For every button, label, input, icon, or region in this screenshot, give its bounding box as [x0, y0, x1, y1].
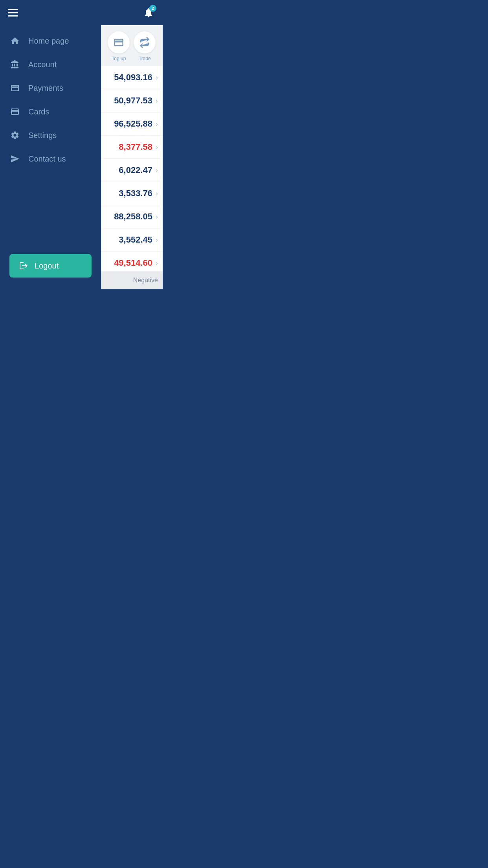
chevron-right-icon: ›: [156, 97, 158, 105]
account-value: 96,525.88: [106, 119, 152, 129]
list-footer-label: Negative: [133, 277, 158, 283]
action-buttons: Top upTrade: [101, 25, 163, 66]
chevron-right-icon: ›: [156, 74, 158, 82]
action-label-trade: Trade: [139, 56, 151, 61]
sidebar: Home pageAccountPaymentsCardsSettingsCon…: [0, 25, 101, 289]
nav-item-cards[interactable]: Cards: [0, 100, 101, 123]
account-value: 8,377.58: [106, 142, 152, 152]
nav-item-settings[interactable]: Settings: [0, 123, 101, 147]
nav-item-contact[interactable]: Contact us: [0, 147, 101, 171]
list-item[interactable]: 50,977.53›: [101, 89, 163, 112]
list-item[interactable]: 54,093.16›: [101, 66, 163, 89]
account-value: 6,022.47: [106, 165, 152, 175]
account-value: 3,533.76: [106, 188, 152, 199]
action-btn-circle-trade: [134, 31, 156, 53]
list-item[interactable]: 8,377.58›: [101, 136, 163, 159]
notification-badge: 2: [149, 5, 156, 12]
chevron-right-icon: ›: [156, 120, 158, 128]
nav-label-contact: Contact us: [28, 154, 66, 164]
nav-item-home[interactable]: Home page: [0, 29, 101, 53]
list-item[interactable]: 3,552.45›: [101, 228, 163, 252]
app-container: 2 Home pageAccountPaymentsCardsSettingsC…: [0, 0, 163, 289]
contact-icon: [9, 153, 20, 164]
main-layout: Home pageAccountPaymentsCardsSettingsCon…: [0, 25, 163, 289]
account-value: 88,258.05: [106, 211, 152, 222]
list-item[interactable]: 88,258.05›: [101, 205, 163, 228]
logout-button[interactable]: Logout: [9, 254, 92, 278]
account-value: 50,977.53: [106, 96, 152, 106]
chevron-right-icon: ›: [156, 166, 158, 175]
payments-icon: [9, 83, 20, 94]
account-value: 54,093.16: [106, 72, 152, 83]
header: 2: [0, 0, 163, 25]
home-icon: [9, 35, 20, 46]
settings-icon: [9, 130, 20, 141]
list-item[interactable]: 96,525.88›: [101, 112, 163, 136]
account-value: 49,514.60: [106, 258, 152, 268]
right-panel: Top upTrade 54,093.16›50,977.53›96,525.8…: [101, 25, 163, 289]
action-btn-topup[interactable]: Top up: [108, 31, 130, 61]
chevron-right-icon: ›: [156, 236, 158, 244]
bank-icon: [9, 59, 20, 70]
nav-item-payments[interactable]: Payments: [0, 76, 101, 100]
sidebar-footer: Logout: [0, 246, 101, 285]
list-item[interactable]: 3,533.76›: [101, 182, 163, 205]
nav-label-settings: Settings: [28, 131, 57, 140]
list-footer: Negative: [101, 271, 163, 289]
nav-label-home: Home page: [28, 37, 69, 46]
accounts-list: 54,093.16›50,977.53›96,525.88›8,377.58›6…: [101, 66, 163, 271]
nav-item-account[interactable]: Account: [0, 53, 101, 76]
account-value: 3,552.45: [106, 235, 152, 245]
notification-wrapper: 2: [142, 6, 155, 19]
action-label-topup: Top up: [112, 56, 126, 61]
action-btn-trade[interactable]: Trade: [134, 31, 156, 61]
action-btn-circle-topup: [108, 31, 130, 53]
list-item[interactable]: 49,514.60›: [101, 252, 163, 271]
logout-label: Logout: [35, 261, 59, 270]
chevron-right-icon: ›: [156, 213, 158, 221]
nav-label-account: Account: [28, 60, 57, 69]
chevron-right-icon: ›: [156, 143, 158, 151]
nav-label-cards: Cards: [28, 107, 49, 116]
hamburger-menu-button[interactable]: [8, 9, 18, 17]
chevron-right-icon: ›: [156, 259, 158, 267]
nav-label-payments: Payments: [28, 84, 63, 93]
list-item[interactable]: 6,022.47›: [101, 159, 163, 182]
chevron-right-icon: ›: [156, 189, 158, 198]
cards-icon: [9, 106, 20, 117]
